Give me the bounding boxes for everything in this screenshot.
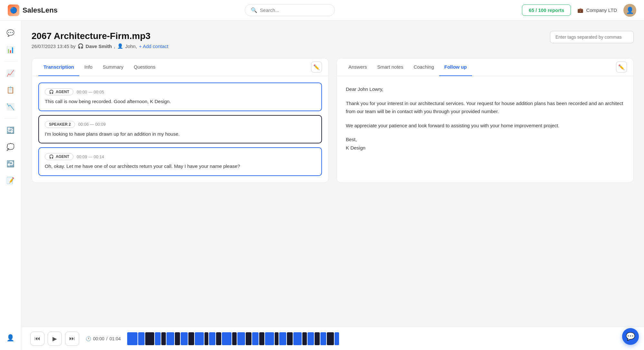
table-row: SPEAKER 2 00:06 — 00:09 I'm looking to h… bbox=[38, 115, 322, 144]
page-title: 2067 Architecture-Firm.mp3 bbox=[32, 31, 168, 41]
sidebar-item-trending[interactable]: 📈 bbox=[4, 66, 18, 80]
table-row: 🎧 AGENT 00:00 — 00:05 This call is now b… bbox=[38, 83, 322, 111]
tab-coaching[interactable]: Coaching bbox=[408, 58, 439, 76]
waveform-segment[interactable] bbox=[327, 332, 334, 345]
waveform-segment[interactable] bbox=[279, 332, 286, 345]
waveform-segment[interactable] bbox=[204, 332, 208, 345]
waveform-segment[interactable] bbox=[315, 332, 320, 345]
speaker2-badge: SPEAKER 2 bbox=[45, 121, 75, 128]
speaker2-label: SPEAKER 2 bbox=[49, 122, 71, 127]
waveform-segment[interactable] bbox=[181, 332, 188, 345]
waveform-segment[interactable] bbox=[127, 332, 137, 345]
waveform-segment[interactable] bbox=[237, 332, 245, 345]
followup-sign-text: Best, bbox=[346, 137, 357, 142]
transcription-body: 🎧 AGENT 00:00 — 00:05 This call is now b… bbox=[32, 76, 328, 182]
tags-input[interactable] bbox=[550, 31, 634, 43]
audio-waveform[interactable] bbox=[127, 332, 635, 345]
waveform-segment[interactable] bbox=[155, 332, 161, 345]
right-edit-button[interactable]: ✏️ bbox=[616, 62, 627, 73]
sidebar-item-reports[interactable]: 📋 bbox=[4, 83, 18, 97]
play-button[interactable]: ▶ bbox=[48, 332, 62, 346]
waveform-segment[interactable] bbox=[175, 332, 180, 345]
tab-transcription[interactable]: Transcription bbox=[38, 58, 79, 76]
agent-badge-3: 🎧 AGENT bbox=[45, 153, 73, 160]
waveform-segment[interactable] bbox=[209, 332, 215, 345]
search-box[interactable]: 🔍 bbox=[245, 4, 335, 16]
audio-total-time: 01:04 bbox=[109, 336, 121, 341]
msg-time-1: 00:00 — 00:05 bbox=[77, 90, 104, 94]
waveform-segment[interactable] bbox=[166, 332, 174, 345]
waveform-segment[interactable] bbox=[252, 332, 259, 345]
waveform-segment[interactable] bbox=[293, 332, 302, 345]
waveform-segment[interactable] bbox=[161, 332, 166, 345]
nav-right: 65 / 100 reports 💼 Company LTD 👤 bbox=[522, 4, 636, 17]
waveform-segment[interactable] bbox=[335, 332, 339, 345]
left-tabs: Transcription Info Summary Questions ✏️ bbox=[32, 58, 328, 76]
sidebar-item-list[interactable]: 📝 bbox=[4, 173, 18, 188]
chat-bubble-button[interactable]: 💬 bbox=[622, 328, 639, 345]
play-icon: ▶ bbox=[52, 335, 57, 342]
waveform-segment[interactable] bbox=[188, 332, 194, 345]
waveform-segment[interactable] bbox=[302, 332, 307, 345]
followup-body: Dear John Lowry, Thank you for your inte… bbox=[337, 76, 633, 167]
skip-forward-button[interactable]: ⏭ bbox=[65, 332, 79, 346]
waveform-segment[interactable] bbox=[275, 332, 279, 345]
waveform-segment[interactable] bbox=[216, 332, 221, 345]
avatar[interactable]: 👤 bbox=[623, 4, 636, 17]
sidebar-item-refresh[interactable]: 🔄 bbox=[4, 123, 18, 137]
add-contact-link[interactable]: + Add contact bbox=[139, 44, 168, 49]
waveform-segment[interactable] bbox=[265, 332, 274, 345]
sidebar-divider-1 bbox=[4, 61, 17, 62]
msg-text-1: This call is now being recorded. Good af… bbox=[45, 98, 316, 105]
sidebar-item-user[interactable]: 👤 bbox=[4, 331, 18, 345]
waveform-segment[interactable] bbox=[145, 332, 154, 345]
user-icon: 👤 bbox=[117, 43, 123, 49]
meta-speaker: John, bbox=[125, 44, 137, 49]
briefcase-icon: 💼 bbox=[577, 7, 583, 13]
left-edit-button[interactable]: ✏️ bbox=[311, 62, 322, 73]
waveform-segment[interactable] bbox=[195, 332, 204, 345]
tab-questions[interactable]: Questions bbox=[128, 58, 161, 76]
headphone-icon: 🎧 bbox=[78, 43, 84, 49]
sidebar-bottom: 👤 bbox=[4, 331, 18, 345]
followup-greeting: Dear John Lowry, bbox=[346, 85, 624, 93]
waveform-segment[interactable] bbox=[246, 332, 251, 345]
sidebar-item-comment[interactable]: 💭 bbox=[4, 140, 18, 154]
msg-time-2: 00:06 — 00:09 bbox=[78, 122, 106, 127]
tab-info[interactable]: Info bbox=[79, 58, 98, 76]
tab-summary[interactable]: Summary bbox=[98, 58, 128, 76]
sidebar-item-bar-chart[interactable]: 📉 bbox=[4, 100, 18, 114]
edit-icon: ✏️ bbox=[313, 64, 320, 70]
sidebar-item-sync[interactable]: ↩️ bbox=[4, 157, 18, 171]
waveform-segment[interactable] bbox=[308, 332, 314, 345]
tab-smart-notes[interactable]: Smart notes bbox=[372, 58, 409, 76]
waveform-segment[interactable] bbox=[320, 332, 326, 345]
company-name: Company LTD bbox=[586, 7, 617, 13]
waveform-segment[interactable] bbox=[259, 332, 264, 345]
logo: 🔵 SalesLens bbox=[8, 5, 58, 16]
tab-follow-up[interactable]: Follow up bbox=[439, 58, 472, 76]
tab-answers[interactable]: Answers bbox=[343, 58, 372, 76]
waveform-segment[interactable] bbox=[222, 332, 232, 345]
clock-icon: 🕐 bbox=[86, 336, 91, 341]
msg-time-3: 00:09 — 00:14 bbox=[77, 154, 104, 159]
waveform-segment[interactable] bbox=[232, 332, 237, 345]
reports-button[interactable]: 65 / 100 reports bbox=[522, 5, 571, 16]
company-info: 💼 Company LTD bbox=[577, 7, 617, 13]
search-input[interactable] bbox=[260, 7, 329, 13]
right-tabs: Answers Smart notes Coaching Follow up ✏… bbox=[337, 58, 633, 76]
audio-current-time: 00:00 bbox=[93, 336, 104, 341]
table-row: 🎧 AGENT 00:09 — 00:14 Oh, okay. Let me h… bbox=[38, 147, 322, 176]
waveform-segment[interactable] bbox=[287, 332, 293, 345]
search-icon: 🔍 bbox=[251, 7, 257, 13]
sidebar-item-analytics[interactable]: 📊 bbox=[4, 43, 18, 57]
content-grid: Transcription Info Summary Questions ✏️ … bbox=[32, 58, 634, 183]
skip-back-button[interactable]: ⏮ bbox=[30, 332, 44, 346]
audio-player-bar: ⏮ ▶ ⏭ 🕐 00:00 / 01:04 bbox=[21, 327, 644, 350]
sidebar-item-chat[interactable]: 💬 bbox=[4, 26, 18, 40]
agent-label-1: AGENT bbox=[56, 90, 69, 94]
meta-date: 26/07/2023 13:45 by bbox=[32, 44, 76, 49]
audio-controls: ⏮ ▶ ⏭ bbox=[30, 332, 79, 346]
waveform-segment[interactable] bbox=[138, 332, 145, 345]
logo-icon: 🔵 bbox=[8, 5, 19, 16]
